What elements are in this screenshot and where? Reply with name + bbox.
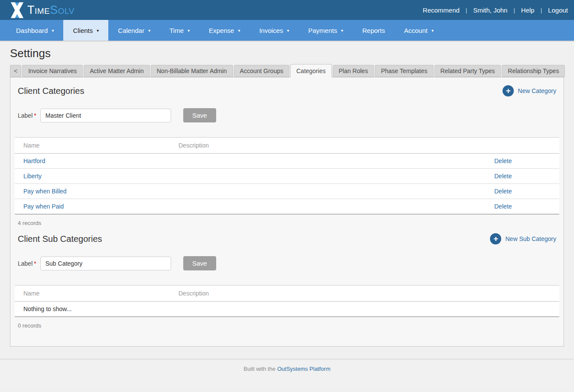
category-form: Label * Save	[18, 108, 559, 122]
tab-categories[interactable]: Categories	[290, 64, 332, 77]
client-sub-categories-section: Client Sub Categories + New Sub Category…	[15, 233, 559, 329]
category-description	[170, 199, 486, 215]
table-row: Liberty Delete	[15, 169, 559, 184]
nav-item-label: Reports	[362, 27, 385, 34]
column-header-name: Name	[15, 286, 170, 302]
plus-icon: +	[503, 85, 514, 96]
nav-item-label: Account	[404, 27, 428, 34]
nav-item-calendar[interactable]: Calendar ▾	[108, 20, 160, 41]
nav-item-label: Time	[169, 27, 184, 34]
brand-name: TimeSolv	[27, 3, 75, 17]
category-name-link[interactable]: Pay when Paid	[23, 203, 64, 210]
hourglass-logo-icon	[10, 2, 24, 18]
tab-plan-roles[interactable]: Plan Roles	[333, 65, 374, 77]
footer: Built with the OutSystems Platform	[0, 360, 574, 390]
category-label-input[interactable]	[40, 109, 171, 122]
separator: |	[541, 7, 542, 13]
nav-item-label: Dashboard	[16, 27, 48, 34]
save-button[interactable]: Save	[183, 256, 216, 270]
sub-category-label-input[interactable]	[40, 257, 171, 270]
column-header-actions	[486, 286, 559, 302]
recommend-link[interactable]: Recommend	[423, 6, 460, 14]
nav-item-time[interactable]: Time ▾	[160, 20, 199, 41]
top-links: Recommend | Smith, John | Help | Logout	[423, 6, 568, 14]
required-asterisk: *	[34, 260, 36, 267]
outsystems-link[interactable]: OutSystems Platform	[277, 366, 331, 372]
column-header-description: Description	[170, 286, 486, 302]
new-category-button-label: New Category	[518, 87, 556, 94]
new-sub-category-button[interactable]: + New Sub Category	[490, 233, 556, 244]
tab-account-groups[interactable]: Account Groups	[234, 65, 289, 77]
nav-item-clients[interactable]: Clients ▾	[63, 20, 108, 41]
main-nav: Dashboard ▾ Clients ▾ Calendar ▾ Time ▾ …	[0, 20, 574, 41]
top-bar: TimeSolv Recommend | Smith, John | Help …	[0, 0, 574, 20]
page-title: Settings	[10, 47, 574, 60]
table-header-row: Name Description	[15, 286, 559, 302]
nav-item-label: Payments	[308, 27, 337, 34]
logout-link[interactable]: Logout	[548, 6, 568, 14]
column-header-description: Description	[170, 138, 486, 154]
settings-tabs: < Invoice Narratives Active Matter Admin…	[10, 64, 564, 77]
label-text: Label	[18, 260, 32, 267]
settings-panel: Client Categories + New Category Label *…	[10, 77, 564, 347]
chevron-down-icon: ▾	[188, 29, 190, 33]
plus-icon: +	[490, 233, 501, 244]
tab-non-billable-matter-admin[interactable]: Non-Billable Matter Admin	[151, 65, 233, 77]
chevron-down-icon: ▾	[238, 29, 240, 33]
records-count: 0 records	[18, 322, 559, 329]
chevron-down-icon: ▾	[287, 29, 289, 33]
delete-link[interactable]: Delete	[494, 157, 512, 164]
brand-name-solv: Solv	[50, 3, 75, 17]
save-button[interactable]: Save	[183, 108, 216, 122]
nav-item-reports[interactable]: Reports	[353, 20, 395, 41]
table-row: Pay when Billed Delete	[15, 184, 559, 199]
required-asterisk: *	[34, 112, 36, 119]
category-name-link[interactable]: Hartford	[23, 157, 45, 164]
category-description	[170, 169, 486, 184]
client-sub-categories-table: Name Description Nothing to show...	[15, 285, 559, 317]
delete-link[interactable]: Delete	[494, 188, 512, 195]
nav-item-label: Expense	[209, 27, 234, 34]
category-name-link[interactable]: Pay when Billed	[23, 188, 67, 195]
chevron-down-icon: ▾	[341, 29, 343, 33]
chevron-down-icon: ▾	[97, 29, 99, 33]
nav-item-payments[interactable]: Payments ▾	[299, 20, 353, 41]
table-row: Pay when Paid Delete	[15, 199, 559, 215]
table-row: Hartford Delete	[15, 154, 559, 169]
brand-name-time: Time	[27, 3, 50, 17]
nav-item-dashboard[interactable]: Dashboard ▾	[6, 20, 63, 41]
delete-link[interactable]: Delete	[494, 173, 512, 180]
new-category-button[interactable]: + New Category	[503, 85, 556, 96]
tab-phase-templates[interactable]: Phase Templates	[375, 65, 433, 77]
separator: |	[513, 7, 515, 13]
new-sub-category-button-label: New Sub Category	[505, 235, 556, 242]
nav-item-account[interactable]: Account ▾	[395, 20, 443, 41]
column-header-actions	[486, 138, 559, 154]
section-title-client-categories: Client Categories	[18, 86, 84, 96]
client-categories-section: Client Categories + New Category Label *…	[15, 85, 559, 226]
tab-back[interactable]: <	[10, 65, 21, 77]
table-header-row: Name Description	[15, 138, 559, 154]
section-title-client-sub-categories: Client Sub Categories	[18, 234, 102, 244]
tab-invoice-narratives[interactable]: Invoice Narratives	[22, 65, 83, 77]
nav-item-label: Calendar	[118, 27, 144, 34]
label-text: Label	[18, 112, 32, 119]
category-name-link[interactable]: Liberty	[23, 173, 42, 180]
nav-item-label: Clients	[73, 27, 93, 34]
empty-row-message: Nothing to show...	[15, 302, 559, 317]
table-row: Nothing to show...	[15, 302, 559, 317]
chevron-down-icon: ▾	[148, 29, 150, 33]
nav-item-expense[interactable]: Expense ▾	[199, 20, 250, 41]
user-name-link[interactable]: Smith, John	[473, 6, 507, 14]
footer-text: Built with the	[243, 366, 276, 372]
brand-logo[interactable]: TimeSolv	[10, 2, 75, 18]
tab-relationship-types[interactable]: Relationship Types	[502, 65, 565, 77]
sub-category-form: Label * Save	[18, 256, 559, 270]
tab-active-matter-admin[interactable]: Active Matter Admin	[84, 65, 150, 77]
nav-item-invoices[interactable]: Invoices ▾	[250, 20, 298, 41]
nav-item-label: Invoices	[259, 27, 283, 34]
tab-related-party-types[interactable]: Related Party Types	[435, 65, 501, 77]
category-description	[170, 154, 486, 169]
delete-link[interactable]: Delete	[494, 203, 512, 210]
help-link[interactable]: Help	[521, 6, 535, 14]
